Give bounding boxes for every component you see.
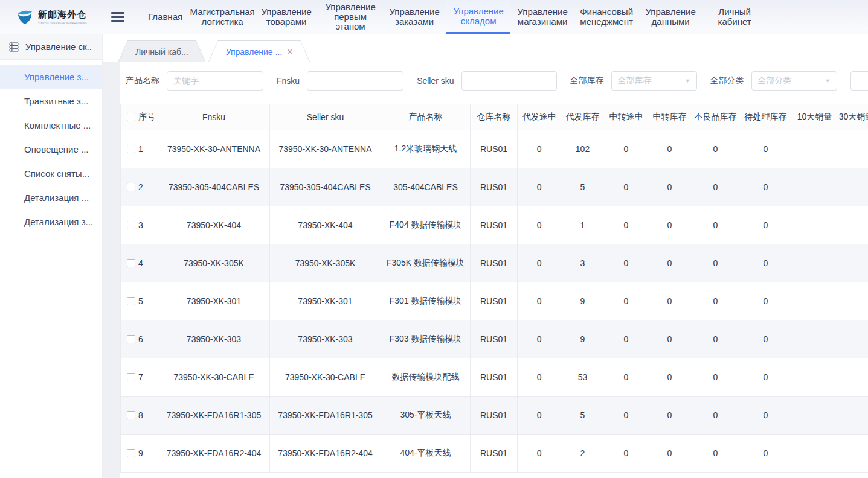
inventory-count-link[interactable]: 0 bbox=[764, 296, 768, 306]
row-checkbox[interactable] bbox=[127, 335, 135, 343]
inventory-count-link[interactable]: 0 bbox=[667, 220, 672, 230]
filter-fnsku: Fnsku bbox=[277, 71, 403, 91]
sidebar-item[interactable]: Управление з... bbox=[0, 65, 102, 89]
inventory-count-link[interactable]: 0 bbox=[667, 296, 672, 306]
index-cell: 3 bbox=[121, 206, 158, 244]
inventory-count-link[interactable]: 0 bbox=[764, 334, 768, 344]
inventory-count-link[interactable]: 0 bbox=[624, 144, 629, 154]
stock-select[interactable]: 全部库存 ▼ bbox=[611, 71, 697, 91]
inventory-count-link[interactable]: 0 bbox=[624, 448, 629, 458]
inventory-count-link[interactable]: 0 bbox=[667, 372, 672, 382]
warehouse-cell: RUS01 bbox=[471, 358, 518, 397]
nav-item[interactable]: Управление складом bbox=[446, 0, 510, 34]
inventory-count-link[interactable]: 53 bbox=[578, 372, 588, 382]
inventory-count-link[interactable]: 0 bbox=[764, 220, 768, 230]
inventory-count-link[interactable]: 0 bbox=[713, 296, 718, 306]
inventory-count-link[interactable]: 0 bbox=[537, 144, 542, 154]
inventory-count-link[interactable]: 3 bbox=[580, 258, 585, 268]
tab[interactable]: Управление ...× bbox=[208, 40, 310, 62]
nav-item[interactable]: Управление данными bbox=[638, 0, 702, 34]
sidebar-header[interactable]: Управление ск.. bbox=[0, 34, 102, 60]
inventory-count-link[interactable]: 0 bbox=[624, 296, 629, 306]
column-header: 序号 bbox=[121, 104, 158, 130]
inventory-count-link[interactable]: 2 bbox=[580, 448, 585, 458]
nav-item[interactable]: Управление товарами bbox=[254, 0, 318, 34]
inventory-count-link[interactable]: 0 bbox=[713, 334, 718, 344]
seller-sku-input[interactable] bbox=[461, 71, 557, 91]
tab[interactable]: Личный каб... bbox=[118, 40, 206, 62]
row-checkbox[interactable] bbox=[127, 297, 135, 305]
nav-item[interactable]: Управление заказами bbox=[382, 0, 446, 34]
inventory-count-link[interactable]: 1 bbox=[580, 220, 585, 230]
inventory-count-link[interactable]: 0 bbox=[764, 258, 768, 268]
nav-item[interactable]: Управление первым этапом bbox=[318, 0, 382, 34]
inventory-count-link[interactable]: 0 bbox=[667, 144, 672, 154]
category-select[interactable]: 全部分类 ▼ bbox=[751, 71, 837, 91]
inventory-count-link[interactable]: 9 bbox=[580, 296, 585, 306]
inventory-count-link[interactable]: 0 bbox=[537, 220, 542, 230]
sidebar-item[interactable]: Список сняты... bbox=[0, 161, 102, 185]
inventory-count-link[interactable]: 0 bbox=[537, 182, 542, 192]
inventory-count-link[interactable]: 0 bbox=[764, 448, 768, 458]
row-checkbox[interactable] bbox=[127, 259, 135, 267]
inventory-count-link[interactable]: 0 bbox=[667, 410, 672, 420]
select-all-checkbox[interactable] bbox=[127, 113, 135, 121]
inventory-count-link[interactable]: 0 bbox=[624, 220, 629, 230]
inventory-count-link[interactable]: 0 bbox=[537, 334, 542, 344]
inventory-count-link[interactable]: 0 bbox=[624, 182, 629, 192]
inventory-count-link[interactable]: 0 bbox=[537, 448, 542, 458]
row-checkbox[interactable] bbox=[127, 145, 135, 153]
inventory-count-link[interactable]: 5 bbox=[580, 410, 585, 420]
sidebar-item[interactable]: Оповещение ... bbox=[0, 137, 102, 161]
inventory-count-link[interactable]: 102 bbox=[576, 144, 590, 154]
inventory-count-link[interactable]: 0 bbox=[713, 144, 718, 154]
inventory-count-link[interactable]: 0 bbox=[624, 258, 629, 268]
clipped-edge-input[interactable] bbox=[850, 71, 868, 91]
inventory-count-link[interactable]: 0 bbox=[537, 372, 542, 382]
inventory-count-link[interactable]: 0 bbox=[713, 410, 718, 420]
inventory-cell: 0 bbox=[605, 320, 648, 358]
sidebar-item[interactable]: Транзитные з... bbox=[0, 89, 102, 113]
inventory-count-link[interactable]: 0 bbox=[713, 182, 718, 192]
row-checkbox[interactable] bbox=[127, 221, 135, 229]
inventory-count-link[interactable]: 0 bbox=[667, 448, 672, 458]
product-name-input[interactable] bbox=[167, 71, 263, 91]
nav-item[interactable]: Магистральная логистика bbox=[190, 0, 254, 34]
inventory-count-link[interactable]: 0 bbox=[713, 258, 718, 268]
row-checkbox[interactable] bbox=[127, 183, 135, 191]
inventory-count-link[interactable]: 0 bbox=[764, 410, 768, 420]
inventory-count-link[interactable]: 0 bbox=[713, 220, 718, 230]
inventory-count-link[interactable]: 0 bbox=[667, 182, 672, 192]
sidebar-item[interactable]: Детализация з... bbox=[0, 209, 102, 234]
row-checkbox[interactable] bbox=[127, 411, 135, 419]
inventory-count-link[interactable]: 0 bbox=[713, 448, 718, 458]
nav-item[interactable]: Личный кабинет bbox=[702, 0, 767, 34]
inventory-count-link[interactable]: 0 bbox=[667, 334, 672, 344]
nav-item[interactable]: Главная bbox=[140, 0, 190, 34]
inventory-count-link[interactable]: 0 bbox=[624, 410, 629, 420]
inventory-count-link[interactable]: 0 bbox=[537, 410, 542, 420]
row-checkbox[interactable] bbox=[127, 373, 135, 381]
inventory-count-link[interactable]: 0 bbox=[537, 296, 542, 306]
menu-toggle-icon[interactable] bbox=[111, 12, 124, 22]
inventory-count-link[interactable]: 5 bbox=[580, 182, 585, 192]
inventory-count-link[interactable]: 0 bbox=[764, 144, 768, 154]
row-checkbox[interactable] bbox=[127, 449, 135, 457]
nav-item[interactable]: Финансовый менеджмент bbox=[574, 0, 638, 34]
inventory-count-link[interactable]: 9 bbox=[580, 334, 585, 344]
inventory-count-link[interactable]: 0 bbox=[624, 334, 629, 344]
inventory-count-link[interactable]: 0 bbox=[537, 258, 542, 268]
nav-item[interactable]: Управление магазинами bbox=[510, 0, 574, 34]
column-header: 10天销量 bbox=[792, 104, 838, 130]
logo[interactable]: 新邮海外仓 XINYOU OVERSEAS WAREHOUSING bbox=[0, 0, 103, 34]
fnsku-input[interactable] bbox=[307, 71, 403, 91]
inventory-cell: 9 bbox=[561, 320, 605, 358]
sidebar-item[interactable]: Комплектные ... bbox=[0, 113, 102, 137]
inventory-count-link[interactable]: 0 bbox=[764, 182, 768, 192]
inventory-count-link[interactable]: 0 bbox=[667, 258, 672, 268]
inventory-count-link[interactable]: 0 bbox=[713, 372, 718, 382]
sidebar-item[interactable]: Детализация ... bbox=[0, 185, 102, 209]
inventory-count-link[interactable]: 0 bbox=[624, 372, 629, 382]
close-tab-icon[interactable]: × bbox=[287, 47, 292, 57]
inventory-count-link[interactable]: 0 bbox=[764, 372, 768, 382]
